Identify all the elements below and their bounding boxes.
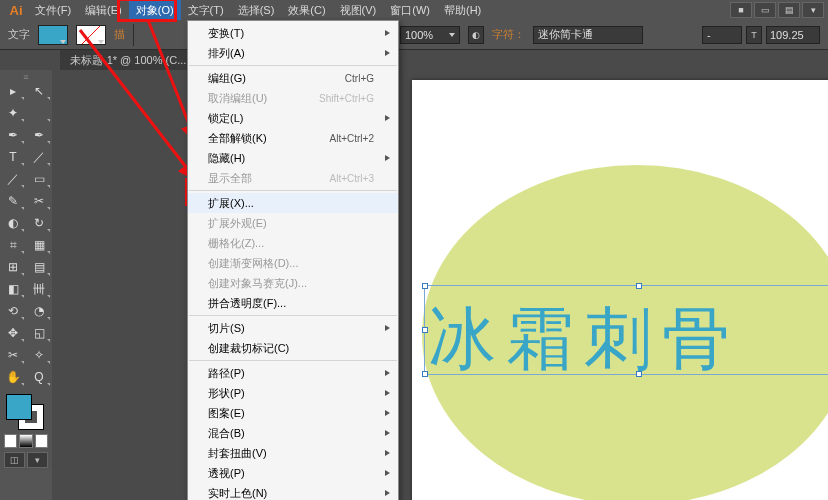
tool-button[interactable]: ✥ bbox=[0, 322, 26, 344]
tool-button[interactable]: ▦ bbox=[26, 234, 52, 256]
color-mode-row bbox=[0, 432, 52, 450]
tool-button[interactable]: ／ bbox=[26, 146, 52, 168]
menu-file[interactable]: 文件(F) bbox=[28, 0, 78, 20]
tool-label: 文字 bbox=[8, 27, 30, 42]
tool-button[interactable]: ⌗ bbox=[0, 234, 26, 256]
arrange-icon[interactable]: ▤ bbox=[778, 2, 800, 18]
menu-item[interactable]: 锁定(L) bbox=[188, 108, 398, 128]
top-iconbar: ■ ▭ ▤ ▾ bbox=[730, 0, 824, 20]
menu-item[interactable]: 图案(E) bbox=[188, 403, 398, 423]
menu-item[interactable]: 排列(A) bbox=[188, 43, 398, 63]
menu-effect[interactable]: 效果(C) bbox=[281, 0, 332, 20]
menu-item[interactable]: 创建裁切标记(C) bbox=[188, 338, 398, 358]
fill-stroke-swatch[interactable] bbox=[0, 392, 52, 432]
tool-button[interactable]: ↻ bbox=[26, 212, 52, 234]
app-logo: Ai bbox=[4, 3, 28, 18]
resize-handle[interactable] bbox=[422, 371, 428, 377]
chevron-down-icon bbox=[449, 33, 455, 37]
menu-item[interactable]: 实时上色(N) bbox=[188, 483, 398, 500]
screen-mode-full[interactable]: ▾ bbox=[27, 452, 48, 468]
tool-button[interactable]: ◧ bbox=[0, 278, 26, 300]
menu-help[interactable]: 帮助(H) bbox=[437, 0, 488, 20]
menu-item[interactable]: 变换(T) bbox=[188, 23, 398, 43]
menu-item[interactable]: 全部解锁(K)Alt+Ctrl+2 bbox=[188, 128, 398, 148]
menu-item[interactable]: 形状(P) bbox=[188, 383, 398, 403]
tool-button[interactable]: ✒ bbox=[26, 124, 52, 146]
resize-handle[interactable] bbox=[422, 283, 428, 289]
menu-item[interactable]: 隐藏(H) bbox=[188, 148, 398, 168]
menu-item: 创建对象马赛克(J)... bbox=[188, 273, 398, 293]
tool-button[interactable]: Q bbox=[26, 366, 52, 388]
tool-button[interactable]: T bbox=[0, 146, 26, 168]
toolbox: ▸↖✦✒✒T／／▭✎✂◐↻⌗▦⊞▤◧卌⟲◔✥◱✂✧✋Q ◫ ▾ bbox=[0, 70, 52, 470]
tool-button[interactable]: ✂ bbox=[26, 190, 52, 212]
fill-swatch[interactable] bbox=[38, 25, 68, 45]
menu-item: 栅格化(Z)... bbox=[188, 233, 398, 253]
recolor-icon[interactable]: ◐ bbox=[468, 26, 484, 44]
tool-button[interactable]: ✂ bbox=[0, 344, 26, 366]
color-mode-none[interactable] bbox=[35, 434, 48, 448]
tool-button[interactable]: ▭ bbox=[26, 168, 52, 190]
tool-button[interactable]: ◐ bbox=[0, 212, 26, 234]
menu-item: 取消编组(U)Shift+Ctrl+G bbox=[188, 88, 398, 108]
menu-item: 创建渐变网格(D)... bbox=[188, 253, 398, 273]
object-menu-dropdown: 变换(T)排列(A)编组(G)Ctrl+G取消编组(U)Shift+Ctrl+G… bbox=[187, 20, 399, 500]
annotation-box-menu bbox=[117, 0, 177, 22]
tool-button[interactable]: ⊞ bbox=[0, 256, 26, 278]
tool-button[interactable]: ✎ bbox=[0, 190, 26, 212]
tool-button[interactable]: ▤ bbox=[26, 256, 52, 278]
color-mode-gradient[interactable] bbox=[19, 434, 32, 448]
tool-button[interactable]: ↖ bbox=[26, 80, 52, 102]
workspace-icon[interactable]: ■ bbox=[730, 2, 752, 18]
menu-window[interactable]: 窗口(W) bbox=[383, 0, 437, 20]
tool-button[interactable]: ◱ bbox=[26, 322, 52, 344]
tool-button[interactable] bbox=[26, 102, 52, 124]
tool-button[interactable]: ✒ bbox=[0, 124, 26, 146]
menu-item[interactable]: 切片(S) bbox=[188, 318, 398, 338]
screen-mode-normal[interactable]: ◫ bbox=[4, 452, 25, 468]
menu-view[interactable]: 视图(V) bbox=[333, 0, 384, 20]
font-size-field[interactable]: 109.25 bbox=[766, 26, 820, 44]
menu-item[interactable]: 路径(P) bbox=[188, 363, 398, 383]
menu-item: 扩展外观(E) bbox=[188, 213, 398, 233]
screen-mode-row: ◫ ▾ bbox=[0, 450, 52, 470]
font-label: 字符： bbox=[492, 27, 525, 42]
opacity-field[interactable]: 100% bbox=[400, 26, 460, 44]
font-size-icon: T bbox=[746, 26, 762, 44]
menu-item: 显示全部Alt+Ctrl+3 bbox=[188, 168, 398, 188]
menu-item[interactable]: 扩展(X)... bbox=[188, 193, 398, 213]
resize-handle[interactable] bbox=[636, 283, 642, 289]
search-dropdown[interactable]: ▾ bbox=[802, 2, 824, 18]
menu-item[interactable]: 拼合透明度(F)... bbox=[188, 293, 398, 313]
tool-button[interactable]: ▸ bbox=[0, 80, 26, 102]
font-family-dropdown[interactable]: 迷你简卡通 bbox=[533, 26, 643, 44]
resize-handle[interactable] bbox=[422, 327, 428, 333]
tool-button[interactable]: ／ bbox=[0, 168, 26, 190]
menu-item[interactable]: 封套扭曲(V) bbox=[188, 443, 398, 463]
tool-button[interactable]: ⟲ bbox=[0, 300, 26, 322]
menu-item[interactable]: 混合(B) bbox=[188, 423, 398, 443]
tool-button[interactable]: 卌 bbox=[26, 278, 52, 300]
font-style-dropdown[interactable]: - bbox=[702, 26, 742, 44]
chevron-down-icon bbox=[60, 40, 66, 44]
menu-select[interactable]: 选择(S) bbox=[231, 0, 282, 20]
selection-bounding-box[interactable] bbox=[424, 285, 828, 375]
menu-item[interactable]: 透视(P) bbox=[188, 463, 398, 483]
menu-item[interactable]: 编组(G)Ctrl+G bbox=[188, 68, 398, 88]
tool-button[interactable]: ✦ bbox=[0, 102, 26, 124]
resize-handle[interactable] bbox=[636, 371, 642, 377]
tool-button[interactable]: ✋ bbox=[0, 366, 26, 388]
tool-button[interactable]: ◔ bbox=[26, 300, 52, 322]
color-mode-color[interactable] bbox=[4, 434, 17, 448]
menu-type[interactable]: 文字(T) bbox=[181, 0, 231, 20]
fill-color[interactable] bbox=[6, 394, 32, 420]
tool-button[interactable]: ✧ bbox=[26, 344, 52, 366]
workspace-icon-2[interactable]: ▭ bbox=[754, 2, 776, 18]
